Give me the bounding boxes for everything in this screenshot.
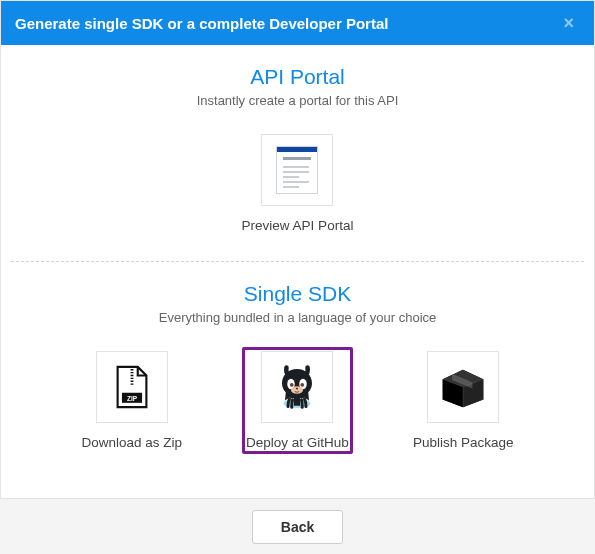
svg-point-8	[296, 387, 298, 389]
api-portal-heading: API Portal	[11, 65, 584, 89]
deploy-github-card[interactable]: Deploy at GitHub	[242, 347, 353, 454]
svg-point-6	[301, 383, 305, 387]
dialog-title: Generate single SDK or a complete Develo…	[15, 15, 557, 32]
portal-preview-icon	[261, 134, 333, 206]
package-box-icon	[427, 351, 499, 423]
github-octocat-icon	[261, 351, 333, 423]
preview-api-portal-label: Preview API Portal	[242, 218, 354, 233]
back-button[interactable]: Back	[252, 510, 343, 544]
download-zip-card[interactable]: ZIP Download as Zip	[78, 347, 187, 454]
dialog-header: Generate single SDK or a complete Develo…	[1, 1, 594, 45]
svg-text:ZIP: ZIP	[127, 395, 138, 402]
dialog-footer: Back	[0, 498, 595, 554]
deploy-github-label: Deploy at GitHub	[246, 435, 349, 450]
zip-icon: ZIP	[96, 351, 168, 423]
single-sdk-heading: Single SDK	[11, 282, 584, 306]
single-sdk-subtitle: Everything bundled in a language of your…	[11, 310, 584, 325]
publish-package-label: Publish Package	[413, 435, 514, 450]
svg-point-5	[290, 383, 294, 387]
api-portal-subtitle: Instantly create a portal for this API	[11, 93, 584, 108]
preview-api-portal-card[interactable]: Preview API Portal	[238, 130, 358, 237]
single-sdk-section: Single SDK Everything bundled in a langu…	[1, 262, 594, 478]
publish-package-card[interactable]: Publish Package	[409, 347, 518, 454]
close-icon[interactable]: ×	[557, 9, 580, 38]
download-zip-label: Download as Zip	[82, 435, 183, 450]
api-portal-section: API Portal Instantly create a portal for…	[1, 45, 594, 261]
